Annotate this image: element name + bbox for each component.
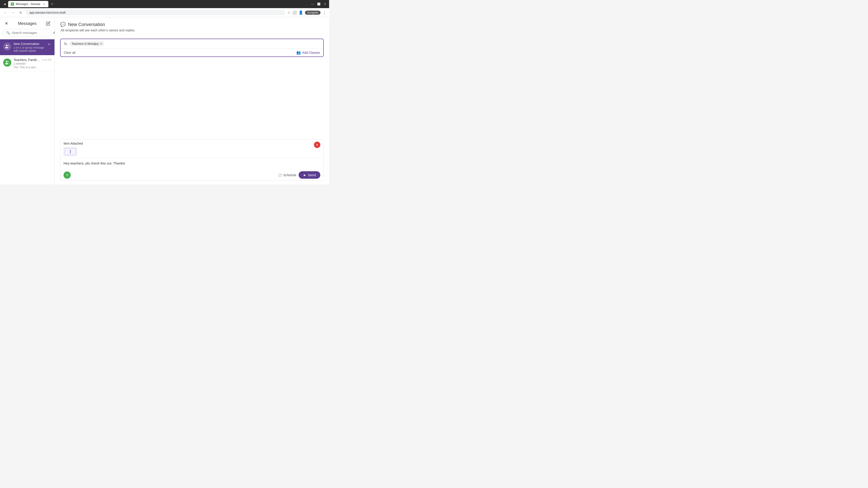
clear-all-button[interactable]: Clear all — [64, 51, 75, 55]
compose-button[interactable] — [45, 21, 51, 26]
new-conv-title-area: 💬 New Conversation — [60, 22, 324, 27]
teachers-conv-name: Teachers, Families in Moodjoy — [13, 58, 40, 62]
attached-item-area: Item Attached ✕ — [60, 139, 323, 158]
menu-icon[interactable]: ⋮ — [322, 10, 327, 15]
refresh-button[interactable]: ↻ — [18, 10, 24, 15]
recipient-name: Teachers in Moodjoy — [72, 42, 98, 45]
incognito-badge: Incognito — [305, 11, 320, 15]
send-label: Send — [308, 173, 316, 177]
attached-content: Item Attached — [64, 142, 83, 156]
sidebar-header: ✕ Messages — [0, 17, 55, 29]
minimize-button[interactable]: — — [310, 2, 315, 6]
tab-close-button[interactable]: ✕ — [42, 2, 46, 6]
search-input[interactable] — [12, 31, 51, 35]
sidebar: ✕ Messages 🔍 ⚙ — [0, 17, 55, 184]
new-conv-subtitle: 1-on-1 or group message with shared repl… — [13, 46, 44, 53]
send-icon: ► — [303, 173, 307, 177]
url-field[interactable]: app.seesaw.me/c/conv.draft — [26, 10, 285, 15]
sidebar-close-button[interactable]: ✕ — [4, 21, 9, 26]
message-text-area[interactable]: Hey teachers, pls check this out. Thanks… — [60, 158, 323, 169]
schedule-label: Schedule — [283, 173, 296, 177]
close-window-button[interactable]: ✕ — [323, 2, 327, 6]
recipients-to-row: To Teachers in Moodjoy ✕ — [61, 39, 323, 48]
to-label: To — [64, 42, 67, 46]
cursor-indicator — [70, 150, 70, 153]
new-conv-description: All recipients will see each other's nam… — [60, 29, 324, 32]
app-layout: ✕ Messages 🔍 ⚙ — [0, 17, 329, 184]
add-classes-label: Add Classes — [302, 51, 320, 55]
teachers-conv-item[interactable]: Teachers, Families in Moodjoy 1 member Y… — [0, 55, 55, 72]
add-classes-icon: 👥 — [296, 51, 301, 55]
new-conv-close[interactable]: ✕ — [47, 42, 51, 46]
remove-attachment-button[interactable]: ✕ — [314, 142, 320, 148]
compose-actions: + 🕐 Schedule ► Send — [60, 169, 323, 181]
new-conv-avatar — [3, 42, 11, 51]
svg-point-1 — [6, 61, 7, 63]
teachers-conv-members: 1 member — [13, 62, 40, 65]
new-conversation-item[interactable]: New Conversation 1-on-1 or group message… — [0, 39, 55, 55]
maximize-button[interactable]: ⬜ — [316, 2, 321, 6]
remove-recipient-button[interactable]: ✕ — [100, 42, 102, 45]
recipients-actions-row: Clear all 👥 Add Classes — [61, 48, 323, 57]
forward-button[interactable]: → — [10, 10, 16, 15]
teachers-conv-avatar — [3, 59, 11, 67]
add-classes-button[interactable]: 👥 Add Classes — [296, 51, 320, 55]
sidebar-title: Messages — [11, 21, 43, 26]
address-actions: ☆ ⬜ 👤 Incognito ⋮ — [287, 10, 327, 15]
back-button[interactable]: ← — [3, 10, 8, 15]
attached-label: Item Attached — [64, 142, 83, 145]
browser-tabs: ◀ S Messages - Seesaw ✕ + — [2, 0, 55, 8]
tab-favicon: S — [11, 2, 14, 6]
bookmark-icon[interactable]: ☆ — [287, 10, 290, 15]
new-tab-button[interactable]: + — [49, 1, 55, 7]
profile-icon[interactable]: 👤 — [299, 10, 303, 15]
main-content: 💬 New Conversation All recipients will s… — [55, 17, 329, 184]
new-conv-header: 💬 New Conversation All recipients will s… — [55, 17, 329, 35]
add-item-button[interactable]: + — [64, 171, 71, 179]
teachers-conv-info: Teachers, Families in Moodjoy 1 member Y… — [13, 58, 40, 69]
new-conv-heading: New Conversation — [68, 22, 105, 27]
compose-right-actions: 🕐 Schedule ► Send — [278, 171, 320, 179]
compose-area: Item Attached ✕ Hey teachers, pls check … — [60, 139, 324, 181]
recipients-box: To Teachers in Moodjoy ✕ Clear all 👥 Add… — [60, 39, 324, 57]
search-bar: 🔍 ⚙ — [3, 29, 52, 37]
extensions-icon[interactable]: ⬜ — [292, 10, 297, 15]
teachers-conv-time: 5:44 PM — [42, 59, 51, 61]
speech-bubble-icon: 💬 — [60, 22, 66, 27]
url-text: app.seesaw.me/c/conv.draft — [29, 11, 66, 14]
attachment-thumbnail — [64, 147, 77, 156]
active-tab[interactable]: S Messages - Seesaw ✕ — [8, 1, 49, 7]
address-bar: ← → ↻ app.seesaw.me/c/conv.draft ☆ ⬜ 👤 I… — [0, 8, 329, 17]
tab-title: Messages - Seesaw — [16, 2, 40, 6]
recipient-chip: Teachers in Moodjoy ✕ — [69, 41, 104, 46]
attached-preview — [64, 147, 83, 156]
new-conv-info: New Conversation 1-on-1 or group message… — [13, 42, 44, 53]
teachers-conv-preview: You: This is a sample note. — [13, 66, 40, 69]
svg-point-0 — [6, 45, 7, 46]
window-controls: — ⬜ ✕ — [310, 2, 327, 6]
tab-back-icon[interactable]: ◀ — [2, 1, 7, 7]
browser-chrome: ◀ S Messages - Seesaw ✕ + — ⬜ ✕ — [0, 0, 329, 8]
send-button[interactable]: ► Send — [299, 171, 320, 179]
schedule-button[interactable]: 🕐 Schedule — [278, 173, 296, 177]
new-conv-name: New Conversation — [13, 42, 44, 46]
search-icon: 🔍 — [6, 31, 10, 35]
clock-icon: 🕐 — [278, 173, 282, 177]
